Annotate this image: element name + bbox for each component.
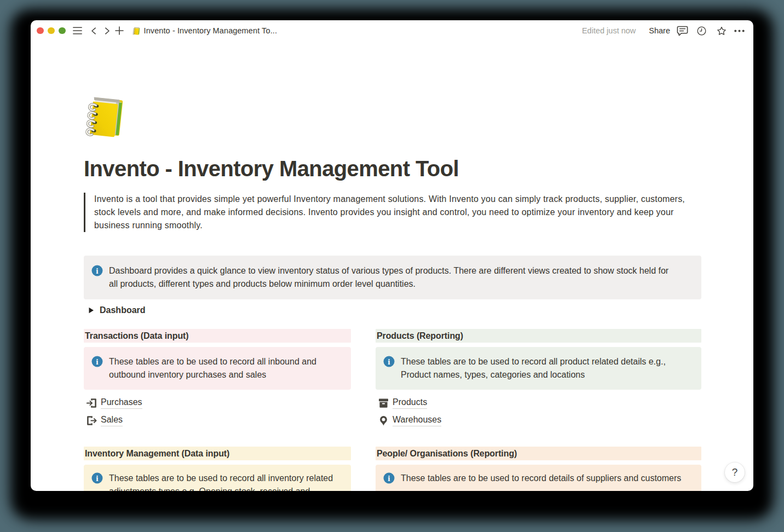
page-links: Purchases Sales [84, 394, 351, 429]
page-emoji-large[interactable] [85, 95, 128, 138]
info-icon: i [383, 472, 395, 484]
info-icon: i [91, 265, 103, 276]
titlebar: Invento - Inventory Management To... Edi… [31, 20, 753, 41]
svg-text:i: i [96, 266, 99, 275]
back-button[interactable] [90, 27, 97, 34]
app-window: Invento - Inventory Management To... Edi… [31, 20, 753, 491]
section-header-people[interactable]: People/ Organisations (Reporting) [376, 447, 701, 460]
inventory-callout[interactable]: i These tables are to be used to record … [84, 465, 351, 491]
comments-icon[interactable] [677, 25, 688, 37]
info-icon: i [383, 356, 395, 367]
svg-text:i: i [388, 357, 390, 366]
section-title: Transactions (Data input) [85, 331, 189, 341]
transactions-callout[interactable]: i These tables are to be used to record … [84, 347, 351, 390]
enter-door-icon [87, 398, 97, 408]
dashboard-callout[interactable]: i Dashboard provides a quick glance to v… [84, 256, 701, 299]
help-button[interactable]: ? [725, 462, 745, 482]
svg-text:i: i [96, 357, 99, 366]
callout-text: These tables are to be used to record al… [109, 355, 342, 381]
new-page-button[interactable] [115, 26, 124, 35]
titlebar-actions: Edited just now Share [582, 25, 745, 37]
link-products[interactable]: Products [376, 394, 701, 412]
link-label: Sales [101, 414, 123, 426]
section-title: People/ Organisations (Reporting) [377, 449, 517, 459]
column-right: Products (Reporting) i These tables are … [376, 329, 701, 491]
link-sales[interactable]: Sales [84, 412, 351, 429]
toggle-label: Dashboard [100, 305, 146, 315]
zoom-window-button[interactable] [59, 27, 66, 34]
dashboard-toggle[interactable]: Dashboard [84, 302, 701, 319]
page-body: Invento - Inventory Management Tool Inve… [84, 95, 701, 491]
people-callout[interactable]: i These tables are to be used to record … [376, 465, 701, 491]
callout-text: These tables are to be used to record al… [401, 355, 693, 381]
minimize-window-button[interactable] [48, 27, 55, 34]
link-label: Products [393, 397, 427, 409]
section-header-inventory[interactable]: Inventory Management (Data input) [84, 447, 351, 460]
share-button[interactable]: Share [649, 26, 670, 35]
location-pin-icon [378, 415, 389, 426]
columns-row-1: Transactions (Data input) i These tables… [84, 329, 701, 491]
history-clock-icon[interactable] [697, 26, 706, 36]
callout-text: These tables are to be used to record de… [401, 472, 681, 485]
link-purchases[interactable]: Purchases [84, 394, 351, 412]
archive-box-icon [378, 398, 389, 408]
products-callout[interactable]: i These tables are to be used to record … [376, 347, 701, 390]
page-emoji-small [132, 27, 140, 34]
toggle-triangle-icon[interactable] [88, 307, 94, 314]
desktop-background: Invento - Inventory Management To... Edi… [0, 0, 784, 532]
close-window-button[interactable] [37, 27, 44, 34]
svg-text:i: i [96, 473, 99, 483]
info-icon: i [91, 472, 103, 484]
page-links: Products Warehouses [376, 394, 701, 429]
svg-text:i: i [388, 473, 390, 483]
favorite-star-icon[interactable] [717, 26, 727, 36]
callout-text: Dashboard provides a quick glance to vie… [109, 264, 677, 291]
section-title: Products (Reporting) [377, 331, 463, 341]
sidebar-menu-icon[interactable] [73, 27, 82, 34]
exit-door-icon [87, 415, 97, 426]
section-header-products[interactable]: Products (Reporting) [376, 329, 701, 343]
callout-text: These tables are to be used to record al… [109, 472, 342, 491]
forward-button[interactable] [104, 27, 111, 34]
link-warehouses[interactable]: Warehouses [376, 412, 701, 429]
section-title: Inventory Management (Data input) [85, 449, 229, 459]
traffic-lights [37, 27, 66, 34]
info-icon: i [91, 356, 103, 367]
link-label: Purchases [101, 397, 142, 409]
link-label: Warehouses [393, 414, 441, 426]
more-options-icon[interactable] [734, 30, 745, 32]
intro-quote[interactable]: Invento is a tool that provides simple y… [84, 193, 689, 232]
column-left: Transactions (Data input) i These tables… [84, 329, 351, 491]
edited-status: Edited just now [582, 26, 636, 35]
page-title[interactable]: Invento - Inventory Management Tool [84, 155, 701, 182]
page-content: Invento - Inventory Management Tool Inve… [31, 41, 753, 491]
section-header-transactions[interactable]: Transactions (Data input) [84, 329, 351, 343]
breadcrumb-page-title[interactable]: Invento - Inventory Management To... [144, 26, 278, 35]
